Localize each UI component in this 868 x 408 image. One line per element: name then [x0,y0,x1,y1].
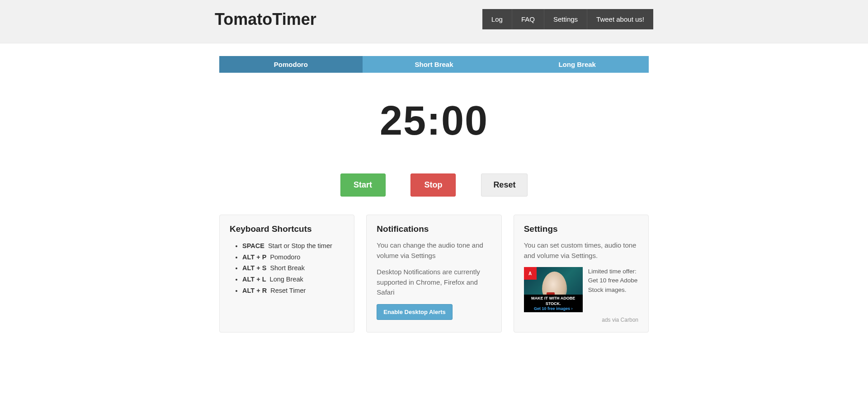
nav-settings[interactable]: Settings [544,9,587,29]
shortcut-desc: Short Break [270,264,305,272]
ad-text: Limited time offer: Get 10 free Adobe St… [588,267,638,295]
shortcut-list: SPACE Start or Stop the timer ALT + P Po… [230,240,344,296]
tab-pomodoro[interactable]: Pomodoro [219,56,363,73]
list-item: SPACE Start or Stop the timer [242,240,344,252]
panel-shortcuts-title: Keyboard Shortcuts [230,224,344,234]
shortcut-desc: Pomodoro [270,253,300,261]
notifications-text-2: Desktop Notifications are currently supp… [377,267,491,298]
shortcut-key: SPACE [242,242,264,249]
nav-faq[interactable]: FAQ [512,9,544,29]
stop-button[interactable]: Stop [410,174,456,197]
ads-via-carbon[interactable]: ads via Carbon [524,317,638,323]
reset-button[interactable]: Reset [481,174,528,197]
list-item: ALT + S Short Break [242,263,344,274]
ad-strip: MAKE IT WITH ADOBE STOCK. Get 10 free im… [524,295,583,312]
nav-log[interactable]: Log [482,9,512,29]
shortcut-key: ALT + P [242,253,266,261]
shortcut-desc: Long Break [270,276,303,283]
timer-display: 25:00 [219,98,649,144]
list-item: ALT + L Long Break [242,274,344,285]
shortcut-desc: Reset Timer [270,287,306,294]
panel-notifications-title: Notifications [377,224,491,234]
panel-settings-title: Settings [524,224,638,234]
app-title: TomatoTimer [215,10,316,29]
start-button[interactable]: Start [340,174,386,197]
carbon-ad[interactable]: A St MAKE IT WITH ADOBE STOCK. Get 10 fr… [524,267,638,312]
tab-short-break[interactable]: Short Break [363,56,506,73]
mode-tabs: Pomodoro Short Break Long Break [219,56,649,73]
panel-notifications: Notifications You can change the audio t… [366,215,501,333]
list-item: ALT + R Reset Timer [242,285,344,296]
settings-text: You can set custom times, audio tone and… [524,240,638,261]
shortcut-desc: Start or Stop the timer [268,242,332,249]
tab-long-break[interactable]: Long Break [505,56,649,73]
ad-strip-line1: MAKE IT WITH ADOBE STOCK. [525,296,582,306]
panel-keyboard-shortcuts: Keyboard Shortcuts SPACE Start or Stop t… [219,215,354,333]
top-nav: Log FAQ Settings Tweet about us! [482,9,653,29]
header-bar: TomatoTimer Log FAQ Settings Tweet about… [0,0,868,43]
notifications-text-1: You can change the audio tone and volume… [377,240,491,261]
ad-strip-line2: Get 10 free images › [525,306,582,311]
shortcut-key: ALT + S [242,264,266,272]
ad-image: A St MAKE IT WITH ADOBE STOCK. Get 10 fr… [524,267,583,312]
nav-tweet[interactable]: Tweet about us! [587,9,653,29]
list-item: ALT + P Pomodoro [242,252,344,263]
shortcut-key: ALT + L [242,276,266,283]
enable-desktop-alerts-button[interactable]: Enable Desktop Alerts [377,304,453,320]
panel-settings: Settings You can set custom times, audio… [514,215,649,333]
controls-row: Start Stop Reset [219,174,649,197]
shortcut-key: ALT + R [242,287,267,294]
adobe-logo-icon: A [524,267,537,280]
